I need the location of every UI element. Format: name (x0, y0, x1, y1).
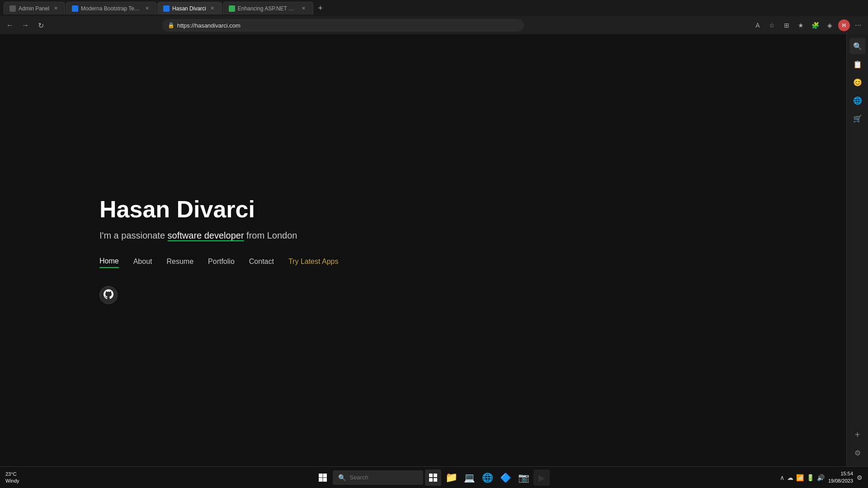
back-button[interactable]: ← (4, 19, 16, 32)
system-icons: ∧ ☁ 📶 🔋 🔊 (780, 474, 825, 481)
forward-button[interactable]: → (19, 19, 32, 32)
wifi-icon[interactable]: 📶 (796, 474, 804, 481)
github-icon (104, 289, 113, 301)
weather-temp: 23°C (5, 471, 19, 477)
files-button[interactable]: 📁 (443, 469, 459, 486)
tab-label-3: Hasan Divarci (172, 5, 206, 12)
tab-label-4: Enhancing ASP.NET Core Skills (238, 5, 297, 12)
terminal-button[interactable]: 💻 (461, 469, 477, 486)
lock-icon: 🔒 (168, 22, 175, 28)
collections-button[interactable]: ★ (795, 19, 807, 32)
extensions-button[interactable]: 🧩 (809, 19, 822, 32)
tab-admin-panel[interactable]: Admin Panel ✕ (4, 2, 65, 14)
navigation: Home About Resume Portfolio Contact Try … (99, 257, 339, 268)
nav-try-latest[interactable]: Try Latest Apps (288, 258, 339, 267)
splitscreen-button[interactable]: ⊞ (780, 19, 793, 32)
clock-date: 19/08/2023 (828, 478, 853, 484)
sidebar-settings-icon[interactable]: ⚙ (849, 445, 866, 461)
taskbar: 23°C Windy 🔍 📁 💻 🌐 � (0, 466, 868, 488)
svg-rect-4 (429, 474, 433, 477)
tab-favicon-2 (72, 5, 78, 12)
tab-label-1: Admin Panel (19, 5, 49, 12)
tab-favicon-4 (229, 5, 235, 12)
subtitle-highlight: software developer (168, 230, 244, 240)
nav-home[interactable]: Home (99, 257, 119, 268)
url-text: https://hasandivarci.com (177, 22, 241, 29)
browser-chrome: Admin Panel ✕ Moderna Bootstrap Template… (0, 0, 868, 35)
svg-rect-1 (323, 474, 327, 478)
clock[interactable]: 15:54 19/08/2023 (828, 470, 853, 484)
taskbar-center: 🔍 📁 💻 🌐 🔷 📷 ▶ (90, 469, 774, 486)
svg-rect-0 (319, 474, 323, 478)
profile-avatar[interactable]: H (838, 19, 850, 31)
sidebar-clipboard-icon[interactable]: 📋 (849, 56, 866, 72)
terminal2-icon[interactable]: ▶ (533, 469, 550, 486)
tab-aspnet[interactable]: Enhancing ASP.NET Core Skills ✕ (223, 2, 313, 14)
volume-icon[interactable]: 🔊 (817, 474, 825, 481)
browser-taskbar-icon[interactable]: 🌐 (479, 469, 495, 486)
taskbar-search[interactable]: 🔍 (333, 470, 423, 485)
task-view-button[interactable] (425, 469, 441, 486)
tab-moderna[interactable]: Moderna Bootstrap Template -… ✕ (66, 2, 156, 14)
tab-close-3[interactable]: ✕ (209, 5, 216, 12)
search-input[interactable] (349, 474, 408, 481)
copilot-button[interactable]: ◈ (824, 19, 836, 32)
hero-name: Hasan Divarci (99, 197, 339, 222)
nav-about[interactable]: About (133, 258, 152, 267)
new-tab-button[interactable]: + (314, 2, 327, 14)
settings-icon[interactable]: ⚙ (857, 474, 863, 481)
svg-rect-5 (434, 474, 437, 477)
svg-rect-2 (319, 478, 323, 482)
tab-close-2[interactable]: ✕ (143, 5, 151, 12)
tab-close-1[interactable]: ✕ (52, 5, 59, 12)
taskbar-left: 23°C Windy (0, 471, 90, 484)
battery-icon[interactable]: 🔋 (807, 474, 814, 481)
sidebar-web-icon[interactable]: 🌐 (849, 92, 866, 108)
windows-start-button[interactable] (315, 469, 331, 486)
browser-sidebar: 🔍 📋 😊 🌐 🛒 + ⚙ (846, 34, 868, 466)
tab-hasan[interactable]: Hasan Divarci ✕ (157, 2, 222, 14)
tab-favicon-3 (163, 5, 170, 12)
tab-favicon-1 (9, 5, 16, 12)
hero-subtitle: I'm a passionate software developer from… (99, 230, 339, 241)
url-bar[interactable]: 🔒 https://hasandivarci.com (162, 19, 524, 32)
subtitle-prefix: I'm a passionate (99, 230, 168, 240)
sidebar-add-button[interactable]: + (849, 427, 866, 443)
clock-time: 15:54 (828, 470, 853, 477)
subtitle-suffix: from London (244, 230, 297, 240)
taskbar-right: ∧ ☁ 📶 🔋 🔊 15:54 19/08/2023 ⚙ (774, 470, 868, 484)
nav-resume[interactable]: Resume (167, 258, 194, 267)
reload-button[interactable]: ↻ (34, 19, 47, 32)
tab-label-2: Moderna Bootstrap Template -… (81, 5, 141, 12)
github-button[interactable] (99, 286, 118, 304)
address-bar: ← → ↻ 🔒 https://hasandivarci.com A ☆ ⊞ ★… (0, 16, 868, 34)
vs-icon[interactable]: 🔷 (497, 469, 514, 486)
tab-bar: Admin Panel ✕ Moderna Bootstrap Template… (0, 0, 868, 16)
chevron-up-icon[interactable]: ∧ (780, 474, 784, 481)
svg-rect-7 (434, 478, 437, 482)
main-content: Hasan Divarci I'm a passionate software … (0, 34, 846, 466)
svg-rect-3 (323, 478, 327, 482)
menu-button[interactable]: ⋯ (852, 19, 864, 32)
nav-portfolio[interactable]: Portfolio (208, 258, 235, 267)
sidebar-emoji-icon[interactable]: 😊 (849, 74, 866, 90)
translate-button[interactable]: A (751, 19, 764, 32)
favorites-button[interactable]: ☆ (766, 19, 778, 32)
nav-contact[interactable]: Contact (249, 258, 274, 267)
hero-section: Hasan Divarci I'm a passionate software … (99, 197, 339, 304)
weather-widget[interactable]: 23°C Windy (5, 471, 19, 484)
cloud-icon[interactable]: ☁ (787, 474, 793, 481)
svg-rect-6 (429, 478, 433, 482)
toolbar-actions: A ☆ ⊞ ★ 🧩 ◈ H ⋯ (751, 19, 864, 32)
sidebar-shopping-icon[interactable]: 🛒 (849, 110, 866, 127)
tab-close-4[interactable]: ✕ (300, 5, 307, 12)
weather-condition: Windy (5, 478, 19, 484)
sidebar-search-icon[interactable]: 🔍 (849, 38, 866, 54)
camera-icon[interactable]: 📷 (515, 469, 532, 486)
search-icon: 🔍 (338, 474, 346, 481)
